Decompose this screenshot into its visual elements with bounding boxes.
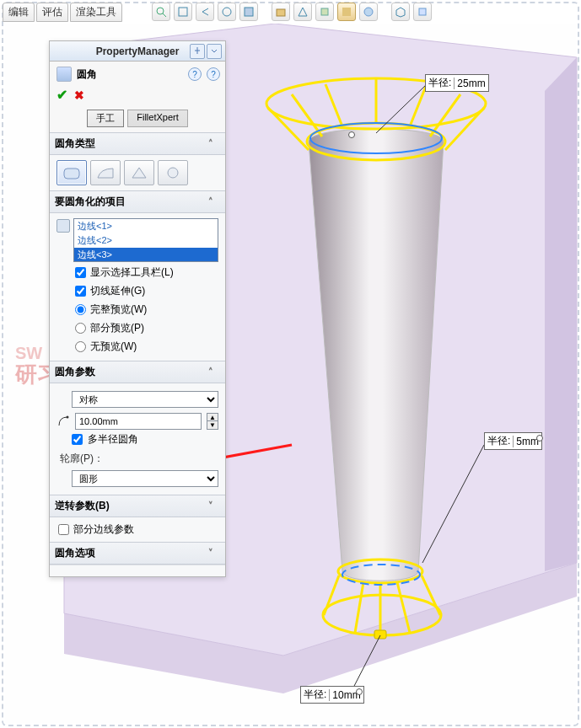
svg-rect-39 xyxy=(64,169,79,179)
svg-rect-38 xyxy=(419,8,426,15)
svg-rect-29 xyxy=(179,8,187,16)
profile-dropdown[interactable]: 圆形 xyxy=(72,470,218,487)
list-item[interactable]: 边线<3> xyxy=(74,248,218,262)
callout-label: 半径: xyxy=(304,688,329,702)
list-item[interactable]: 边线<1> xyxy=(74,219,218,233)
feature-name: 圆角 xyxy=(77,67,97,82)
callout-radius-top[interactable]: 半径: 25mm xyxy=(425,74,489,92)
callout-value-top: 25mm xyxy=(454,78,485,89)
tab-manual[interactable]: 手工 xyxy=(87,110,124,127)
shaded-icon[interactable] xyxy=(337,3,356,21)
svg-rect-35 xyxy=(342,8,351,16)
callout-radius-mid[interactable]: 半径: 5mm xyxy=(484,432,542,450)
iso-icon[interactable] xyxy=(391,3,410,21)
ok-button[interactable]: ✔ xyxy=(56,87,67,103)
fillet-feature-icon xyxy=(56,67,72,82)
spinner-buttons[interactable]: ▲ ▼ xyxy=(207,413,218,430)
normal-icon[interactable] xyxy=(413,3,432,21)
svg-marker-37 xyxy=(396,8,405,17)
section-fillet-type-label: 圆角类型 xyxy=(55,136,95,151)
svg-rect-32 xyxy=(277,9,285,16)
handle-bottom[interactable] xyxy=(356,688,363,695)
fillet-type-buttons xyxy=(56,160,218,185)
radio-label: 无预览(W) xyxy=(90,340,137,354)
hlr-icon[interactable] xyxy=(315,3,334,21)
radio-no-preview[interactable]: 无预览(W) xyxy=(75,340,218,354)
handle-mid[interactable] xyxy=(536,435,543,442)
menu-evaluate[interactable]: 评估 xyxy=(36,3,68,22)
menu-render[interactable]: 渲染工具 xyxy=(70,3,122,22)
callout-label: 半径: xyxy=(487,434,513,448)
checkbox-label: 切线延伸(G) xyxy=(90,284,145,298)
zoom-fit-icon[interactable] xyxy=(152,3,170,21)
checkbox-partial-edge[interactable]: 部分边线参数 xyxy=(58,522,217,537)
list-item[interactable]: 边线<2> xyxy=(74,233,218,248)
svg-rect-34 xyxy=(321,8,328,15)
section-fillet-type[interactable]: 圆角类型 ˄ xyxy=(50,132,225,155)
section-options[interactable]: 圆角选项 ˅ xyxy=(50,542,225,565)
property-manager-panel: PropertyManager 圆角 ? ? ✔ ✖ 手工 FilletXper… xyxy=(49,40,226,577)
mode-tabs: 手工 FilletXpert xyxy=(50,108,225,132)
pushpin-icon[interactable] xyxy=(190,44,205,59)
symmetric-dropdown[interactable]: 对称 xyxy=(72,391,218,408)
radius-input[interactable] xyxy=(75,413,202,430)
checkbox-label: 显示选择工具栏(L) xyxy=(90,265,174,280)
edge-listbox[interactable]: 边线<1> 边线<2> 边线<3> xyxy=(73,218,218,262)
section-options-label: 圆角选项 xyxy=(55,546,95,560)
perspective-icon[interactable] xyxy=(293,3,312,21)
section-items-label: 要圆角化的项目 xyxy=(55,195,126,209)
svg-marker-33 xyxy=(299,8,307,16)
chevron-up-icon: ˄ xyxy=(208,138,220,150)
view-toolbar xyxy=(152,3,432,21)
fillet-face-icon[interactable] xyxy=(124,160,154,185)
callout-radius-bottom[interactable]: 半径: 10mm xyxy=(300,686,364,704)
help-icon[interactable]: ? xyxy=(188,67,202,81)
cancel-button[interactable]: ✖ xyxy=(74,88,84,102)
svg-marker-40 xyxy=(132,168,146,178)
svg-rect-41 xyxy=(168,168,178,178)
zoom-area-icon[interactable] xyxy=(174,3,192,21)
checkbox-show-toolbar[interactable]: 显示选择工具栏(L) xyxy=(75,265,218,280)
callout-label: 半径: xyxy=(428,76,454,90)
chevron-up-icon: ˄ xyxy=(208,367,220,378)
rotate-icon[interactable] xyxy=(218,3,236,21)
radio-label: 完整预览(W) xyxy=(90,302,147,317)
panel-title: PropertyManager xyxy=(50,41,225,62)
svg-point-27 xyxy=(157,8,164,14)
fillet-full-icon[interactable] xyxy=(158,160,188,185)
svg-rect-31 xyxy=(245,8,253,16)
menu-bar: 编辑 评估 渲染工具 xyxy=(3,3,124,22)
svg-point-42 xyxy=(67,416,69,419)
svg-point-36 xyxy=(364,8,373,16)
section-reverse-label: 逆转参数(B) xyxy=(55,499,110,513)
display-style-icon[interactable] xyxy=(272,3,290,21)
svg-marker-2 xyxy=(545,57,577,571)
section-params[interactable]: 圆角参数 ˄ xyxy=(50,361,225,383)
radio-partial-preview[interactable]: 部分预览(P) xyxy=(75,321,218,335)
radius-icon xyxy=(56,415,70,428)
scene-icon[interactable] xyxy=(359,3,378,21)
section-reverse[interactable]: 逆转参数(B) ˅ xyxy=(50,495,225,517)
checkbox-tangent[interactable]: 切线延伸(G) xyxy=(75,284,218,298)
chevron-up-icon: ˄ xyxy=(208,196,220,208)
section-icon[interactable] xyxy=(239,3,258,21)
edge-selection-icon[interactable] xyxy=(56,219,70,233)
whatsthis-icon[interactable]: ? xyxy=(207,67,220,81)
tab-filletxpert[interactable]: FilletXpert xyxy=(127,110,188,127)
fillet-variable-icon[interactable] xyxy=(90,160,121,185)
panel-title-text: PropertyManager xyxy=(96,46,180,57)
svg-point-30 xyxy=(223,8,231,16)
checkbox-multiradius[interactable] xyxy=(72,434,83,445)
zoom-prev-icon[interactable] xyxy=(196,3,214,21)
expand-icon[interactable] xyxy=(207,44,222,59)
svg-line-28 xyxy=(163,13,166,17)
checkbox-partial-label: 部分边线参数 xyxy=(73,522,134,537)
fillet-constant-icon[interactable] xyxy=(56,160,87,185)
section-params-label: 圆角参数 xyxy=(55,365,95,379)
menu-edit[interactable]: 编辑 xyxy=(3,3,35,22)
radio-label: 部分预览(P) xyxy=(90,321,144,335)
section-items[interactable]: 要圆角化的项目 ˄ xyxy=(50,190,225,213)
profile-label: 轮廓(P)： xyxy=(56,447,218,468)
radio-full-preview[interactable]: 完整预览(W) xyxy=(75,302,218,317)
handle-top[interactable] xyxy=(348,131,355,138)
